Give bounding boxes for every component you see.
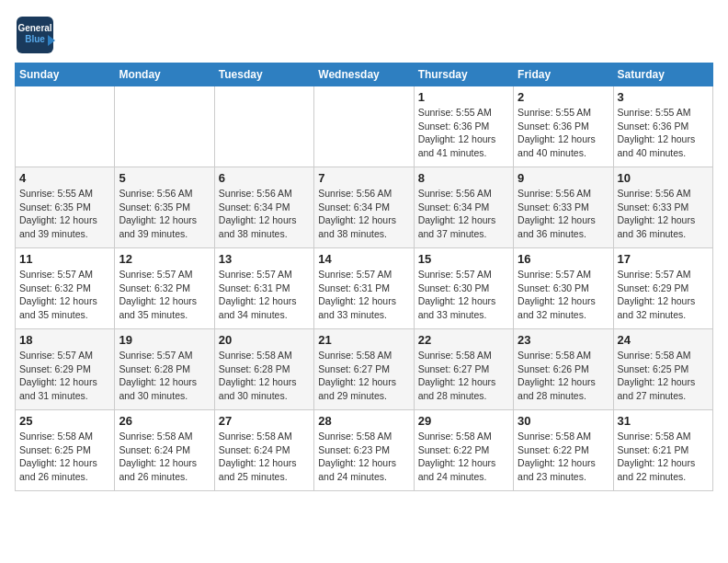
header-tuesday: Tuesday <box>214 63 313 86</box>
day-number: 27 <box>219 414 310 428</box>
day-info: Sunrise: 5:55 AM Sunset: 6:35 PM Dayligh… <box>19 187 110 241</box>
calendar-cell: 8Sunrise: 5:56 AM Sunset: 6:34 PM Daylig… <box>414 167 513 248</box>
calendar-cell: 29Sunrise: 5:58 AM Sunset: 6:22 PM Dayli… <box>414 410 513 491</box>
day-number: 5 <box>119 171 210 185</box>
header-friday: Friday <box>514 63 613 86</box>
calendar-cell: 14Sunrise: 5:57 AM Sunset: 6:31 PM Dayli… <box>314 248 414 329</box>
calendar-cell: 4Sunrise: 5:55 AM Sunset: 6:35 PM Daylig… <box>16 167 115 248</box>
day-info: Sunrise: 5:57 AM Sunset: 6:31 PM Dayligh… <box>318 268 409 322</box>
day-info: Sunrise: 5:55 AM Sunset: 6:36 PM Dayligh… <box>518 106 609 160</box>
day-number: 31 <box>618 414 709 428</box>
day-number: 8 <box>418 171 509 185</box>
calendar-cell: 20Sunrise: 5:58 AM Sunset: 6:28 PM Dayli… <box>214 329 313 410</box>
day-info: Sunrise: 5:58 AM Sunset: 6:27 PM Dayligh… <box>418 349 509 403</box>
calendar-cell: 22Sunrise: 5:58 AM Sunset: 6:27 PM Dayli… <box>414 329 513 410</box>
calendar-cell: 15Sunrise: 5:57 AM Sunset: 6:30 PM Dayli… <box>414 248 513 329</box>
calendar-cell: 17Sunrise: 5:57 AM Sunset: 6:29 PM Dayli… <box>613 248 712 329</box>
calendar-cell: 16Sunrise: 5:57 AM Sunset: 6:30 PM Dayli… <box>514 248 613 329</box>
day-number: 11 <box>19 252 110 266</box>
day-info: Sunrise: 5:57 AM Sunset: 6:30 PM Dayligh… <box>518 268 609 322</box>
header-thursday: Thursday <box>414 63 513 86</box>
logo: General Blue <box>15 15 55 55</box>
calendar-cell: 3Sunrise: 5:55 AM Sunset: 6:36 PM Daylig… <box>613 86 712 167</box>
calendar-cell: 2Sunrise: 5:55 AM Sunset: 6:36 PM Daylig… <box>514 86 613 167</box>
calendar-cell: 31Sunrise: 5:58 AM Sunset: 6:21 PM Dayli… <box>613 410 712 491</box>
day-info: Sunrise: 5:58 AM Sunset: 6:22 PM Dayligh… <box>518 430 609 484</box>
logo-icon: General Blue <box>15 15 55 55</box>
day-info: Sunrise: 5:57 AM Sunset: 6:28 PM Dayligh… <box>119 349 210 403</box>
calendar-cell <box>314 86 414 167</box>
day-info: Sunrise: 5:57 AM Sunset: 6:32 PM Dayligh… <box>119 268 210 322</box>
day-info: Sunrise: 5:57 AM Sunset: 6:29 PM Dayligh… <box>618 268 709 322</box>
day-info: Sunrise: 5:57 AM Sunset: 6:30 PM Dayligh… <box>418 268 509 322</box>
calendar-header-row: SundayMondayTuesdayWednesdayThursdayFrid… <box>16 63 713 86</box>
day-info: Sunrise: 5:58 AM Sunset: 6:26 PM Dayligh… <box>518 349 609 403</box>
day-info: Sunrise: 5:56 AM Sunset: 6:33 PM Dayligh… <box>618 187 709 241</box>
calendar-cell: 9Sunrise: 5:56 AM Sunset: 6:33 PM Daylig… <box>514 167 613 248</box>
day-number: 21 <box>318 333 409 347</box>
day-number: 6 <box>219 171 310 185</box>
day-number: 14 <box>318 252 409 266</box>
day-number: 4 <box>19 171 110 185</box>
calendar-cell: 30Sunrise: 5:58 AM Sunset: 6:22 PM Dayli… <box>514 410 613 491</box>
calendar-cell <box>214 86 313 167</box>
day-number: 22 <box>418 333 509 347</box>
header-monday: Monday <box>115 63 214 86</box>
calendar-cell: 11Sunrise: 5:57 AM Sunset: 6:32 PM Dayli… <box>16 248 115 329</box>
day-info: Sunrise: 5:58 AM Sunset: 6:23 PM Dayligh… <box>318 430 409 484</box>
calendar-cell: 18Sunrise: 5:57 AM Sunset: 6:29 PM Dayli… <box>16 329 115 410</box>
day-number: 20 <box>219 333 310 347</box>
day-number: 26 <box>119 414 210 428</box>
day-number: 25 <box>19 414 110 428</box>
day-number: 16 <box>518 252 609 266</box>
day-number: 10 <box>618 171 709 185</box>
calendar-cell <box>16 86 115 167</box>
calendar-cell: 27Sunrise: 5:58 AM Sunset: 6:24 PM Dayli… <box>214 410 313 491</box>
calendar-week-row: 25Sunrise: 5:58 AM Sunset: 6:25 PM Dayli… <box>16 410 713 491</box>
calendar-week-row: 18Sunrise: 5:57 AM Sunset: 6:29 PM Dayli… <box>16 329 713 410</box>
day-number: 23 <box>518 333 609 347</box>
calendar-cell: 13Sunrise: 5:57 AM Sunset: 6:31 PM Dayli… <box>214 248 313 329</box>
day-number: 19 <box>119 333 210 347</box>
day-number: 13 <box>219 252 310 266</box>
calendar-cell: 21Sunrise: 5:58 AM Sunset: 6:27 PM Dayli… <box>314 329 414 410</box>
svg-text:Blue: Blue <box>25 34 45 44</box>
calendar-cell: 12Sunrise: 5:57 AM Sunset: 6:32 PM Dayli… <box>115 248 214 329</box>
day-number: 7 <box>318 171 409 185</box>
calendar-cell: 19Sunrise: 5:57 AM Sunset: 6:28 PM Dayli… <box>115 329 214 410</box>
day-info: Sunrise: 5:56 AM Sunset: 6:34 PM Dayligh… <box>418 187 509 241</box>
day-number: 1 <box>418 90 509 104</box>
header-sunday: Sunday <box>16 63 115 86</box>
day-info: Sunrise: 5:55 AM Sunset: 6:36 PM Dayligh… <box>618 106 709 160</box>
calendar-cell: 6Sunrise: 5:56 AM Sunset: 6:34 PM Daylig… <box>214 167 313 248</box>
calendar-cell: 1Sunrise: 5:55 AM Sunset: 6:36 PM Daylig… <box>414 86 513 167</box>
day-number: 29 <box>418 414 509 428</box>
day-info: Sunrise: 5:56 AM Sunset: 6:34 PM Dayligh… <box>318 187 409 241</box>
day-number: 9 <box>518 171 609 185</box>
calendar-week-row: 11Sunrise: 5:57 AM Sunset: 6:32 PM Dayli… <box>16 248 713 329</box>
calendar-cell <box>115 86 214 167</box>
day-info: Sunrise: 5:58 AM Sunset: 6:22 PM Dayligh… <box>418 430 509 484</box>
calendar-cell: 26Sunrise: 5:58 AM Sunset: 6:24 PM Dayli… <box>115 410 214 491</box>
calendar-cell: 7Sunrise: 5:56 AM Sunset: 6:34 PM Daylig… <box>314 167 414 248</box>
day-info: Sunrise: 5:57 AM Sunset: 6:32 PM Dayligh… <box>19 268 110 322</box>
day-number: 3 <box>618 90 709 104</box>
day-info: Sunrise: 5:58 AM Sunset: 6:28 PM Dayligh… <box>219 349 310 403</box>
day-info: Sunrise: 5:58 AM Sunset: 6:27 PM Dayligh… <box>318 349 409 403</box>
calendar-cell: 5Sunrise: 5:56 AM Sunset: 6:35 PM Daylig… <box>115 167 214 248</box>
day-info: Sunrise: 5:57 AM Sunset: 6:29 PM Dayligh… <box>19 349 110 403</box>
day-info: Sunrise: 5:57 AM Sunset: 6:31 PM Dayligh… <box>219 268 310 322</box>
day-info: Sunrise: 5:58 AM Sunset: 6:24 PM Dayligh… <box>119 430 210 484</box>
svg-text:General: General <box>17 23 51 33</box>
day-number: 28 <box>318 414 409 428</box>
day-number: 24 <box>618 333 709 347</box>
calendar-week-row: 1Sunrise: 5:55 AM Sunset: 6:36 PM Daylig… <box>16 86 713 167</box>
day-info: Sunrise: 5:56 AM Sunset: 6:34 PM Dayligh… <box>219 187 310 241</box>
day-number: 15 <box>418 252 509 266</box>
day-number: 2 <box>518 90 609 104</box>
calendar-cell: 23Sunrise: 5:58 AM Sunset: 6:26 PM Dayli… <box>514 329 613 410</box>
header-saturday: Saturday <box>613 63 712 86</box>
day-info: Sunrise: 5:58 AM Sunset: 6:25 PM Dayligh… <box>618 349 709 403</box>
day-info: Sunrise: 5:55 AM Sunset: 6:36 PM Dayligh… <box>418 106 509 160</box>
day-info: Sunrise: 5:58 AM Sunset: 6:25 PM Dayligh… <box>19 430 110 484</box>
